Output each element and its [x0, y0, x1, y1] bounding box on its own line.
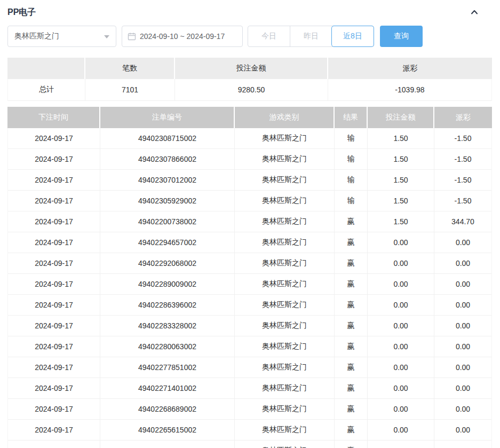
table-cell: 赢 — [334, 441, 367, 448]
table-cell: 2024-09-17 — [8, 211, 100, 232]
table-row: 2024-09-1749402268689002奥林匹斯之门赢0.000.00 — [8, 399, 491, 420]
table-cell: 输 — [334, 128, 367, 148]
table-cell: 2024-09-17 — [8, 420, 100, 440]
table-cell: 49402280063002 — [100, 336, 234, 357]
table-cell: 0.00 — [434, 232, 491, 253]
table-cell: -1.50 — [434, 149, 491, 169]
table-cell: 奥林匹斯之门 — [234, 378, 334, 398]
table-cell: 奥林匹斯之门 — [234, 316, 334, 336]
table-cell: 49402294657002 — [100, 232, 234, 253]
last-8-days-button[interactable]: 近8日 — [332, 26, 374, 46]
table-row: 2024-09-1749402271401002奥林匹斯之门赢0.000.00 — [8, 378, 491, 399]
table-cell: 奥林匹斯之门 — [234, 253, 334, 273]
table-cell: 0.00 — [434, 357, 491, 378]
table-row: 2024-09-1749402265615002奥林匹斯之门赢0.000.00 — [8, 420, 491, 441]
pp-electronic-panel: PP电子 奥林匹斯之门 2024-09-10 ~ 2024-09-17 今日 昨… — [0, 0, 500, 448]
table-cell: 0.00 — [434, 274, 491, 294]
table-cell: 奥林匹斯之门 — [234, 441, 334, 448]
table-row: 2024-09-1749402294657002奥林匹斯之门赢0.000.00 — [8, 232, 491, 253]
chevron-up-icon[interactable] — [470, 7, 479, 17]
table-cell: 奥林匹斯之门 — [234, 420, 334, 440]
yesterday-button[interactable]: 昨日 — [290, 26, 332, 46]
table-cell: 赢 — [334, 420, 367, 440]
table-cell: 49402289009002 — [100, 274, 234, 294]
table-row: 2024-09-1749402286396002奥林匹斯之门赢0.000.00 — [8, 295, 491, 316]
table-cell: 0.00 — [434, 420, 491, 440]
table-cell: 赢 — [334, 399, 367, 419]
table-cell: 49402268689002 — [100, 399, 234, 419]
summary-header-cell: 笔数 — [84, 58, 174, 79]
table-cell: 赢 — [334, 211, 367, 232]
table-cell: 0.00 — [434, 378, 491, 398]
summary-total-row: 总计 7101 9280.50 -1039.98 — [8, 79, 491, 101]
table-cell: 赢 — [334, 336, 367, 357]
table-cell: 2024-09-17 — [8, 378, 100, 398]
summary-header-cell: 投注金额 — [174, 58, 327, 79]
table-cell: 奥林匹斯之门 — [234, 170, 334, 190]
bet-records-body: 2024-09-1749402308715002奥林匹斯之门输1.50-1.50… — [7, 128, 492, 448]
table-cell: 2024-09-17 — [8, 316, 100, 336]
table-row: 2024-09-1749402292068002奥林匹斯之门赢0.000.00 — [8, 253, 491, 274]
table-cell: 奥林匹斯之门 — [234, 336, 334, 357]
table-cell: 0.00 — [367, 420, 434, 440]
summary-table-body: 总计 7101 9280.50 -1039.98 — [7, 79, 492, 101]
date-range-value: 2024-09-10 ~ 2024-09-17 — [140, 32, 225, 41]
table-cell: 奥林匹斯之门 — [234, 149, 334, 169]
panel-title: PP电子 — [7, 7, 36, 18]
table-cell: 49402307866002 — [100, 149, 234, 169]
table-cell: 2024-09-17 — [8, 441, 100, 448]
table-cell: 2024-09-17 — [8, 295, 100, 315]
summary-count: 7101 — [85, 79, 174, 100]
table-cell: 2024-09-17 — [8, 170, 100, 190]
table-cell: 奥林匹斯之门 — [234, 128, 334, 148]
table-cell: -1.50 — [434, 191, 491, 211]
search-button[interactable]: 查询 — [380, 26, 423, 47]
table-cell: 0.00 — [434, 316, 491, 336]
table-cell: 赢 — [334, 274, 367, 294]
table-cell: 赢 — [334, 357, 367, 378]
table-cell: 1.50 — [367, 211, 434, 232]
table-cell: 奥林匹斯之门 — [234, 191, 334, 211]
table-cell: 赢 — [334, 232, 367, 253]
calendar-icon — [128, 32, 136, 41]
table-cell: -1.50 — [434, 170, 491, 190]
table-cell: 344.70 — [434, 211, 491, 232]
game-select[interactable]: 奥林匹斯之门 — [7, 26, 116, 47]
table-cell: 1.50 — [367, 128, 434, 148]
chevron-down-icon — [104, 35, 109, 41]
table-cell: 奥林匹斯之门 — [234, 399, 334, 419]
summary-bet-amount: 9280.50 — [174, 79, 328, 100]
table-cell: 0.00 — [367, 274, 434, 294]
summary-payout: -1039.98 — [328, 79, 491, 100]
table-row: 2024-09-1749402200738002奥林匹斯之门赢1.50344.7… — [8, 211, 491, 232]
quick-range-group: 今日 昨日 近8日 — [248, 26, 374, 47]
table-cell: 49402305929002 — [100, 191, 234, 211]
table-cell: 0.00 — [367, 378, 434, 398]
table-row: 2024-09-1749402280063002奥林匹斯之门赢0.000.00 — [8, 336, 491, 357]
table-cell: 0.00 — [367, 232, 434, 253]
table-cell: 2024-09-17 — [8, 357, 100, 378]
table-cell: 赢 — [334, 378, 367, 398]
today-button[interactable]: 今日 — [248, 26, 290, 46]
table-cell: 2024-09-17 — [8, 232, 100, 253]
table-cell: 0.00 — [434, 295, 491, 315]
summary-table-header: 笔数 投注金额 派彩 — [7, 58, 492, 79]
bet-records-table: 下注时间 注单编号 游戏类别 结果 投注金额 派彩 2024-09-174940… — [7, 107, 492, 448]
table-cell: 输 — [334, 170, 367, 190]
column-header-bet-amount: 投注金额 — [367, 107, 433, 128]
table-cell: 赢 — [334, 316, 367, 336]
column-header-payout: 派彩 — [433, 107, 492, 128]
table-cell: 奥林匹斯之门 — [234, 274, 334, 294]
table-cell: -1.50 — [434, 128, 491, 148]
table-cell: 奥林匹斯之门 — [234, 232, 334, 253]
table-cell: 2024-09-17 — [8, 399, 100, 419]
date-range-picker[interactable]: 2024-09-10 ~ 2024-09-17 — [122, 26, 243, 47]
panel-header: PP电子 — [7, 4, 492, 20]
table-cell: 奥林匹斯之门 — [234, 295, 334, 315]
bet-records-header: 下注时间 注单编号 游戏类别 结果 投注金额 派彩 — [7, 107, 492, 128]
table-cell: 49402292068002 — [100, 253, 234, 273]
table-cell: 0.00 — [367, 441, 434, 448]
table-cell: 0.00 — [367, 316, 434, 336]
table-cell: 0.00 — [434, 441, 491, 448]
table-cell: 奥林匹斯之门 — [234, 357, 334, 378]
